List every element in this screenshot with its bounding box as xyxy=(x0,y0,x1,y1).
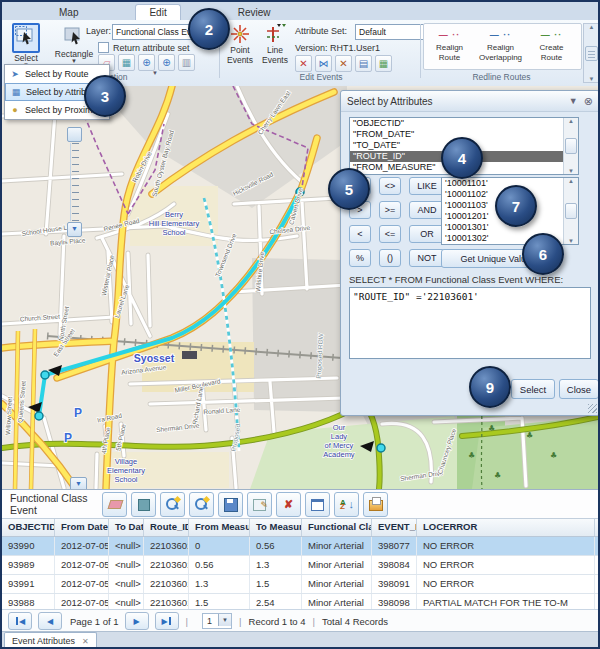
tab-close-icon[interactable]: ✕ xyxy=(82,637,89,646)
attribute-panel: Functional Class Event Z OBJECTIDFrom Da… xyxy=(2,489,598,647)
dialog-close-icon[interactable]: ⊗ xyxy=(584,95,593,108)
event-form-icon[interactable]: ▤ xyxy=(355,55,372,72)
snap-event-icon[interactable]: ✕ xyxy=(335,55,352,72)
separator: | xyxy=(186,616,188,627)
dialog-resize-grip[interactable] xyxy=(588,404,597,413)
return-attribute-set-checkbox[interactable] xyxy=(98,42,109,53)
redline-button-2[interactable]: — ··RealignOverlapping xyxy=(475,24,526,69)
edit-records-button[interactable] xyxy=(247,492,272,517)
group-divider xyxy=(420,24,421,78)
pan-to-selection-icon[interactable]: ⊕ xyxy=(158,54,175,71)
column-header-route_id[interactable]: Route_ID xyxy=(144,519,189,536)
field-list-scrollbar[interactable]: ▲▼ xyxy=(563,118,578,174)
map-label: P xyxy=(74,406,82,420)
table-row[interactable]: 939912012-07-05<null>221036011.31.5Minor… xyxy=(2,575,598,594)
operator-button-%[interactable]: % xyxy=(349,249,371,267)
cell: 93991 xyxy=(2,575,55,593)
rectangle-dropdown-caret[interactable]: ▼ xyxy=(71,59,77,63)
attribute-window-button[interactable] xyxy=(305,492,330,517)
page-number-dropdown[interactable]: 1 ▼ xyxy=(202,613,232,629)
delete-records-button[interactable] xyxy=(276,492,301,517)
scrollbar-thumb[interactable] xyxy=(565,138,577,154)
previous-page-button[interactable]: ◀ xyxy=(38,612,62,630)
sql-expression-input[interactable]: "ROUTE_ID" ='22103601' xyxy=(349,287,591,359)
dialog-titlebar[interactable]: Select by Attributes ▼ ⊗ xyxy=(341,91,599,112)
field-item[interactable]: "OBJECTID" xyxy=(350,118,578,129)
operator-button-OR[interactable]: OR xyxy=(409,225,445,243)
dialog-select-button[interactable]: Select xyxy=(511,379,555,399)
selection-options-icon[interactable]: ▥ xyxy=(178,54,195,71)
column-header-to-measure[interactable]: To Measure xyxy=(250,519,302,536)
cell: 2012-07-05 xyxy=(55,575,109,593)
pan-to-selection-button[interactable] xyxy=(189,492,214,517)
scroll-up-icon[interactable]: ▲ xyxy=(568,118,574,124)
tab-event-attributes[interactable]: Event Attributes ✕ xyxy=(4,632,97,649)
operator-button-AND[interactable]: AND xyxy=(409,201,445,219)
line-events-button[interactable]: Line Events xyxy=(258,23,292,65)
sort-records-button[interactable]: Z xyxy=(334,492,359,517)
zoom-slider-track[interactable] xyxy=(70,143,80,221)
column-header-objectid[interactable]: OBJECTID xyxy=(2,519,55,536)
operator-button-()[interactable]: () xyxy=(379,249,401,267)
values-list-scrollbar[interactable]: ▲▼ xyxy=(563,178,578,244)
split-event-icon[interactable]: ✕ xyxy=(295,55,312,72)
redline-button-3[interactable]: — ··CreateRoute xyxy=(526,24,577,69)
operator-button->=[interactable]: >= xyxy=(379,201,401,219)
dialog-close-button[interactable]: Close xyxy=(559,379,599,399)
switch-selection-button[interactable] xyxy=(131,492,156,517)
table-row[interactable]: 939892012-07-05<null>221036010.561.3Mino… xyxy=(2,556,598,575)
tab-map[interactable]: Map xyxy=(46,5,91,20)
cell: NO ERROR xyxy=(417,556,595,574)
zoom-to-selection-icon[interactable]: ⊕ xyxy=(138,54,155,71)
column-header-event_id[interactable]: EVENT_ID xyxy=(372,519,417,536)
cell: NO ERROR xyxy=(417,575,595,593)
zoom-slider-handle[interactable] xyxy=(67,127,82,142)
redline-dash-icon: — ·· xyxy=(541,30,563,41)
dialog-dropdown-icon[interactable]: ▼ xyxy=(569,96,578,106)
select-by-attributes-icon: ▦ xyxy=(10,86,22,98)
scrollbar-thumb[interactable] xyxy=(565,203,577,219)
ribbon-scrollbar[interactable]: ▲ ▼ xyxy=(583,23,600,83)
map-zoom-slider[interactable]: ▼ xyxy=(67,127,82,234)
redline-button-1[interactable]: — ··RealignRoute xyxy=(424,24,475,69)
next-page-button[interactable]: ▶ xyxy=(125,612,149,630)
cell: 0.56 xyxy=(189,556,250,574)
operator-button-<[interactable]: < xyxy=(349,225,371,243)
tab-review[interactable]: Review xyxy=(225,5,284,20)
form-icon xyxy=(368,497,383,512)
scroll-down-icon[interactable]: ▼ xyxy=(568,238,574,244)
scrollbar-thumb[interactable] xyxy=(585,46,598,61)
scroll-up-icon[interactable]: ▲ xyxy=(568,178,574,184)
scroll-down-icon[interactable]: ▼ xyxy=(589,76,595,82)
column-header-functional-class[interactable]: Functional Class xyxy=(302,519,372,536)
open-form-button[interactable] xyxy=(363,492,388,517)
page-dropdown-arrow-icon[interactable]: ▼ xyxy=(218,614,231,626)
cell: Minor Arterial xyxy=(302,537,372,555)
selection-table-icon[interactable]: ▦ xyxy=(118,54,135,71)
table-row[interactable]: 939902012-07-05<null>2210360100.56Minor … xyxy=(2,537,598,556)
tab-edit[interactable]: Edit xyxy=(135,4,180,20)
scroll-down-icon[interactable]: ▼ xyxy=(568,168,574,174)
column-header-from-measure[interactable]: From Measure xyxy=(189,519,250,536)
first-page-button[interactable]: ◀ xyxy=(8,612,32,630)
clear-selection-button[interactable] xyxy=(102,492,127,517)
cell: 398077 xyxy=(372,537,417,555)
event-grid-icon[interactable]: ▦ xyxy=(375,55,392,72)
operator-button-<=[interactable]: <= xyxy=(379,225,401,243)
operator-button-<>[interactable]: <> xyxy=(379,177,401,195)
scroll-up-icon[interactable]: ▲ xyxy=(589,24,595,30)
operator-button-LIKE[interactable]: LIKE xyxy=(409,177,445,195)
column-header-locerror[interactable]: LOCERROR xyxy=(417,519,595,536)
column-header-from-date[interactable]: From Date xyxy=(55,519,109,536)
zoom-slider-down-icon[interactable]: ▼ xyxy=(67,222,82,237)
select-button[interactable]: Select ▼ xyxy=(5,23,47,67)
merge-event-icon[interactable]: ⋈ xyxy=(315,55,332,72)
cell: 398091 xyxy=(372,575,417,593)
column-header-to-date[interactable]: To Date xyxy=(109,519,144,536)
map-pan-down-icon[interactable]: ▼ xyxy=(70,477,87,489)
last-page-button[interactable]: ▶ xyxy=(155,612,179,630)
zoom-to-selection-button[interactable] xyxy=(160,492,185,517)
save-results-button[interactable] xyxy=(218,492,243,517)
magnifier-flash-icon xyxy=(194,497,209,512)
operator-button-NOT[interactable]: NOT xyxy=(409,249,445,267)
